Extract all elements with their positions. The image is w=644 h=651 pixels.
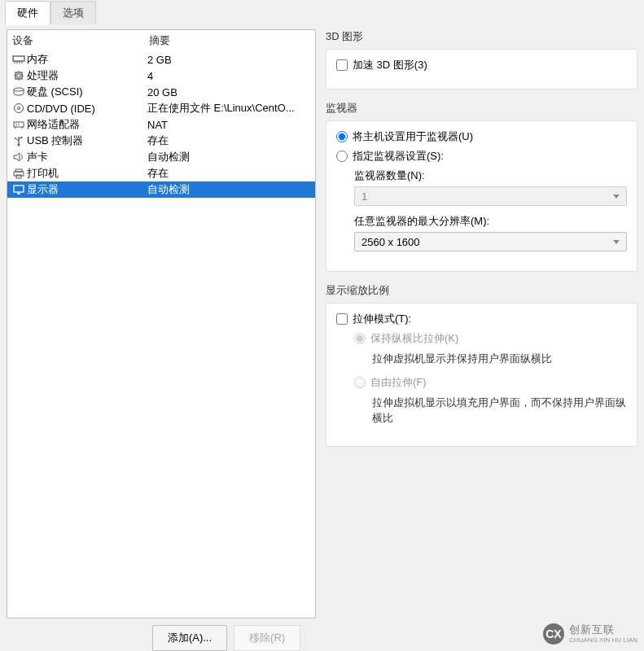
device-name: 硬盘 (SCSI) — [27, 85, 147, 99]
use-host-label: 将主机设置用于监视器(U) — [353, 129, 473, 144]
device-summary: 正在使用文件 E:\Linux\CentO... — [147, 101, 312, 116]
device-summary: 4 — [147, 70, 312, 82]
device-name: 处理器 — [27, 68, 147, 83]
use-host-radio[interactable] — [336, 131, 348, 142]
svg-point-22 — [15, 138, 16, 139]
svg-rect-5 — [15, 72, 22, 79]
memory-icon — [11, 54, 27, 65]
hw-row-disk[interactable]: 硬盘 (SCSI)20 GB — [7, 84, 315, 100]
svg-rect-6 — [17, 74, 20, 77]
section-monitor: 将主机设置用于监视器(U) 指定监视器设置(S): 监视器数量(N): 1 任意… — [326, 120, 637, 272]
device-name: 显示器 — [27, 182, 147, 197]
tab-hardware[interactable]: 硬件 — [5, 1, 50, 25]
net-icon — [11, 119, 27, 130]
device-summary: 存在 — [147, 133, 312, 148]
hw-row-sound[interactable]: 声卡自动检测 — [7, 149, 315, 165]
hardware-buttons: 添加(A)... 移除(R) — [137, 618, 316, 651]
watermark: CX 创新互联 CHUANG XIN HU LIAN — [543, 623, 637, 644]
stretch-mode-checkbox[interactable] — [336, 313, 348, 325]
section-scale-title: 显示缩放比例 — [326, 283, 637, 298]
device-name: 声卡 — [27, 150, 147, 164]
section-3d: 加速 3D 图形(3) — [326, 49, 637, 90]
watermark-logo: CX — [543, 623, 564, 644]
svg-point-17 — [15, 124, 17, 125]
remove-button: 移除(R) — [234, 625, 300, 651]
tab-options[interactable]: 选项 — [50, 1, 96, 24]
keep-aspect-label: 保持纵横比拉伸(K) — [370, 331, 458, 346]
specify-label: 指定监视器设置(S): — [353, 149, 444, 164]
section-3d-title: 3D 图形 — [326, 29, 637, 44]
stretch-mode-label: 拉伸模式(T): — [353, 312, 411, 326]
device-name: CD/DVD (IDE) — [27, 103, 147, 115]
device-summary: 20 GB — [147, 86, 312, 98]
device-summary: 存在 — [147, 166, 312, 181]
device-name: 打印机 — [27, 166, 147, 181]
monitor-count-value: 1 — [361, 190, 367, 203]
svg-rect-21 — [21, 137, 23, 138]
settings-panel: 3D 图形 加速 3D 图形(3) 监视器 将主机设置用于监视器(U) 指定监视… — [326, 24, 637, 651]
hw-row-cpu[interactable]: 处理器4 — [7, 68, 315, 84]
max-res-label: 任意监视器的最大分辨率(M): — [354, 214, 627, 229]
col-summary-header: 摘要 — [149, 33, 310, 48]
device-summary: 自动检测 — [147, 150, 312, 164]
specify-radio[interactable] — [336, 151, 348, 162]
hw-row-cd[interactable]: CD/DVD (IDE)正在使用文件 E:\Linux\CentO... — [7, 100, 315, 116]
max-res-value: 2560 x 1600 — [361, 236, 420, 248]
hw-row-memory[interactable]: 内存2 GB — [7, 51, 315, 68]
printer-icon — [11, 168, 27, 179]
hw-row-usb[interactable]: USB 控制器存在 — [7, 133, 315, 149]
svg-rect-0 — [13, 56, 24, 61]
section-scale: 拉伸模式(T): 保持纵横比拉伸(K) 拉伸虚拟机显示并保持用户界面纵横比 自由… — [326, 303, 637, 447]
section-monitor-title: 监视器 — [326, 101, 637, 116]
device-summary: 2 GB — [147, 54, 312, 66]
svg-rect-26 — [14, 186, 24, 192]
hardware-panel: 设备 摘要 内存2 GB处理器4硬盘 (SCSI)20 GBCD/DVD (ID… — [7, 24, 316, 651]
cd-icon — [11, 103, 27, 114]
monitor-count-label: 监视器数量(N): — [354, 168, 627, 183]
free-stretch-desc: 拉伸虚拟机显示以填充用户界面，而不保持用户界面纵横比 — [372, 395, 627, 426]
free-stretch-label: 自由拉伸(F) — [370, 375, 427, 390]
cpu-icon — [11, 70, 27, 81]
device-summary: NAT — [147, 119, 312, 131]
hardware-list: 设备 摘要 内存2 GB处理器4硬盘 (SCSI)20 GBCD/DVD (ID… — [7, 29, 316, 618]
disk-icon — [11, 86, 27, 98]
watermark-cn: 创新互联 — [569, 623, 637, 636]
col-device-header: 设备 — [12, 33, 149, 48]
device-summary: 自动检测 — [147, 182, 312, 197]
svg-point-13 — [18, 107, 20, 110]
add-button[interactable]: 添加(A)... — [152, 625, 227, 651]
device-name: 网络适配器 — [27, 117, 147, 132]
accelerate-3d-checkbox[interactable] — [336, 59, 348, 71]
svg-point-11 — [14, 88, 24, 91]
hw-row-printer[interactable]: 打印机存在 — [7, 165, 315, 181]
tabs-bar: 硬件 选项 — [0, 0, 644, 24]
watermark-en: CHUANG XIN HU LIAN — [569, 636, 637, 644]
display-icon — [11, 184, 27, 195]
svg-point-12 — [15, 104, 24, 113]
device-name: USB 控制器 — [27, 133, 147, 148]
sound-icon — [11, 151, 27, 163]
keep-aspect-desc: 拉伸虚拟机显示并保持用户界面纵横比 — [372, 351, 627, 367]
device-name: 内存 — [27, 52, 147, 67]
keep-aspect-radio — [354, 333, 366, 344]
accelerate-3d-label: 加速 3D 图形(3) — [353, 58, 427, 72]
max-res-select[interactable]: 2560 x 1600 — [354, 232, 627, 251]
monitor-count-select: 1 — [354, 186, 627, 206]
free-stretch-radio — [354, 377, 366, 388]
svg-point-18 — [18, 124, 20, 125]
hw-row-net[interactable]: 网络适配器NAT — [7, 116, 315, 133]
hw-row-display[interactable]: 显示器自动检测 — [7, 181, 315, 198]
usb-icon — [11, 135, 27, 146]
